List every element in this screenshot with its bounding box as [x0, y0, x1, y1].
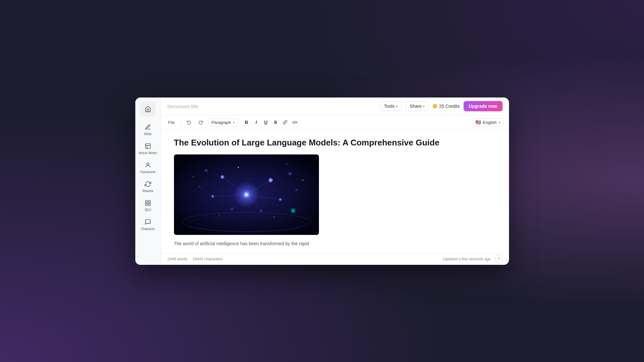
- code-button[interactable]: </>: [290, 118, 299, 127]
- share-chevron-icon: ▾: [423, 105, 425, 108]
- sidebar-item-rewrite-label: Rewrite: [142, 189, 153, 193]
- svg-point-39: [199, 186, 201, 188]
- footer-stats: 2448 words 18443 characters: [168, 257, 223, 261]
- toolbar-divider-1: [180, 119, 181, 125]
- svg-point-45: [218, 215, 219, 216]
- app-window: Write Article Writer Humanizer: [135, 97, 509, 265]
- file-menu[interactable]: File: [166, 119, 177, 126]
- svg-point-36: [260, 209, 262, 212]
- svg-rect-6: [146, 203, 148, 205]
- svg-point-3: [147, 163, 149, 165]
- bold-button[interactable]: B: [242, 118, 251, 127]
- sidebar-item-article-writer[interactable]: Article Writer: [136, 140, 159, 157]
- sidebar-item-humanizer-label: Humanizer: [140, 170, 156, 174]
- tools-button[interactable]: Tools ▾: [380, 101, 402, 111]
- document-image: [174, 154, 319, 235]
- svg-rect-5: [149, 200, 150, 202]
- svg-point-42: [286, 164, 287, 165]
- svg-point-46: [273, 217, 274, 218]
- sidebar-item-humanizer[interactable]: Humanizer: [136, 159, 159, 176]
- sidebar: Write Article Writer Humanizer: [135, 97, 161, 265]
- last-updated: Updated a few seconds ago: [443, 257, 491, 261]
- sidebar-item-rewrite[interactable]: Rewrite: [136, 178, 159, 195]
- word-count: 2448 words: [168, 257, 187, 261]
- sidebar-item-chatsonic-label: Chatsonic: [141, 227, 155, 231]
- sidebar-item-seo[interactable]: SEO: [136, 197, 159, 214]
- write-icon: [144, 123, 152, 131]
- article-writer-icon: [144, 142, 152, 150]
- sidebar-item-write-label: Write: [144, 132, 151, 136]
- redo-button[interactable]: [196, 118, 205, 127]
- link-button[interactable]: [281, 118, 290, 127]
- svg-rect-4: [146, 200, 148, 202]
- main-content: Document title Tools ▾ Share ▾ 25 Credit…: [161, 97, 509, 265]
- document-heading: The Evolution of Large Language Models: …: [174, 137, 496, 148]
- svg-rect-0: [146, 144, 150, 148]
- sidebar-item-chatsonic[interactable]: Chatsonic: [136, 216, 159, 233]
- undo-button[interactable]: [185, 118, 194, 127]
- header: Document title Tools ▾ Share ▾ 25 Credit…: [161, 97, 509, 116]
- sidebar-home-button[interactable]: [140, 101, 156, 117]
- credits-dot-icon: [433, 104, 437, 108]
- rewrite-icon: [144, 180, 152, 188]
- format-buttons: B I U S </>: [242, 118, 299, 127]
- editor-footer: 2448 words 18443 characters Updated a fe…: [161, 253, 509, 265]
- language-selector[interactable]: 🇺🇸 English ▾: [472, 118, 504, 126]
- document-body-text: The world of artificial intelligence has…: [174, 240, 496, 247]
- svg-point-44: [302, 180, 303, 181]
- credits-badge: 25 Credits: [433, 104, 460, 109]
- svg-point-35: [231, 208, 233, 210]
- svg-point-32: [212, 196, 213, 197]
- header-actions: Tools ▾ Share ▾ 25 Credits Upgrade now: [380, 101, 503, 111]
- svg-point-28: [221, 176, 223, 178]
- chatsonic-icon: [144, 218, 152, 226]
- sidebar-item-write[interactable]: Write: [136, 121, 159, 138]
- paragraph-style-select[interactable]: Paragraph ▾: [208, 118, 238, 126]
- char-count: 18443 characters: [193, 257, 223, 261]
- editor-area[interactable]: The Evolution of Large Language Models: …: [161, 130, 509, 253]
- strikethrough-button[interactable]: S: [271, 118, 280, 127]
- tools-chevron-icon: ▾: [396, 105, 398, 108]
- language-chevron-icon: ▾: [499, 121, 500, 124]
- svg-point-43: [193, 177, 194, 178]
- humanizer-icon: [144, 161, 152, 169]
- svg-point-34: [279, 199, 281, 200]
- svg-point-40: [295, 189, 298, 191]
- paragraph-chevron-icon: ▾: [233, 121, 235, 124]
- upgrade-button[interactable]: Upgrade now: [464, 101, 503, 111]
- share-button[interactable]: Share ▾: [406, 101, 429, 111]
- flag-icon: 🇺🇸: [476, 120, 481, 125]
- svg-point-37: [205, 169, 207, 172]
- svg-rect-7: [149, 203, 150, 205]
- underline-button[interactable]: U: [261, 118, 270, 127]
- help-button[interactable]: ?: [495, 255, 503, 263]
- svg-point-41: [238, 167, 239, 168]
- seo-icon: [144, 199, 152, 207]
- italic-button[interactable]: I: [252, 118, 261, 127]
- sidebar-item-article-label: Article Writer: [139, 151, 157, 155]
- svg-point-38: [288, 172, 292, 175]
- toolbar: File Paragraph ▾ B I U S: [161, 116, 509, 130]
- svg-point-30: [269, 179, 272, 181]
- document-title[interactable]: Document title: [168, 104, 376, 109]
- sidebar-item-seo-label: SEO: [144, 208, 151, 212]
